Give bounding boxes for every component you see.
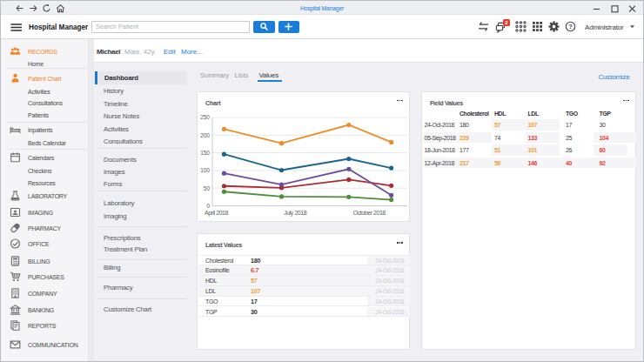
patient-name: Michael [97, 47, 120, 55]
latest-values-card: Latest Values Cholesterol18024-Oct-2018E… [197, 233, 410, 350]
latest-value-date: 24-Oct-2018 [375, 308, 404, 314]
field-col-header: Cholesterol [460, 111, 489, 117]
pill-icon [10, 222, 21, 233]
search-icon [259, 22, 269, 31]
chart-nav-item-activities[interactable]: Activities [94, 123, 187, 135]
latest-value-row: Eosinofile6.724-Oct-2018 [198, 265, 410, 276]
sidebar-item-beds-calendar[interactable]: Beds Calendar [1, 137, 89, 149]
sidebar-item-billing[interactable]: BILLING [1, 255, 89, 267]
field-value: 217 [460, 159, 468, 165]
patient-details: Male, 42y [124, 47, 155, 55]
calendar-icon [10, 151, 21, 163]
sidebar-item-patients[interactable]: Patients [1, 109, 89, 121]
line-chart: 050100150200250April 2018July 2018Octobe… [198, 94, 409, 221]
sidebar-item-calendars[interactable]: Calendars [1, 151, 89, 164]
customize-link[interactable]: Customize [599, 72, 630, 80]
field-value: 74 [494, 134, 500, 140]
chart-nav-item-dashboard[interactable]: Dashboard [95, 71, 187, 84]
check-icon [10, 238, 21, 250]
latest-value-label: Cholesterol [205, 257, 233, 263]
sidebar-divider [7, 68, 88, 69]
edit-link[interactable]: Edit [164, 47, 176, 55]
chart-nav-item-imaging[interactable]: Imaging [94, 210, 187, 222]
field-values-card-title: Field Values [430, 99, 463, 107]
field-row-date: 05-Sep-2018 [425, 134, 456, 140]
svg-text:April 2018: April 2018 [205, 210, 229, 217]
chart-nav-item-laboratory[interactable]: Laboratory [94, 197, 187, 209]
field-value: 60 [600, 147, 606, 153]
field-value: 30 [600, 122, 606, 128]
field-value: 229 [460, 134, 468, 140]
dots-grid-icon[interactable] [515, 21, 527, 32]
sidebar-item-reports[interactable]: REPORTS [1, 319, 89, 332]
svg-text:50: 50 [204, 184, 211, 191]
chart-nav-item-treatment-plan[interactable]: Treatment Plan [94, 243, 187, 255]
user-menu[interactable]: Administrator [585, 23, 624, 30]
sidebar-item-communication[interactable]: COMMUNICATION [1, 339, 89, 351]
maximize-button[interactable] [610, 4, 620, 14]
chart-nav-item-documents[interactable]: Documents [94, 153, 187, 165]
search-button[interactable] [253, 21, 275, 33]
chart-nav-item-customize-chart[interactable]: Customize Chart [94, 303, 187, 315]
tab-lists[interactable]: Lists [235, 71, 248, 79]
sidebar-item-checkins[interactable]: Checkins [1, 164, 89, 177]
sidebar-item-patient-chart[interactable]: Patient Chart [1, 72, 89, 84]
hamburger-menu-icon[interactable] [10, 22, 22, 33]
more-link[interactable]: More... [181, 47, 203, 55]
tab-summary[interactable]: Summary [200, 71, 229, 79]
chart-nav-divider [97, 298, 187, 299]
chart-nav-item-prescriptions[interactable]: Prescriptions [94, 231, 187, 244]
latest-value-number: 57 [251, 277, 258, 285]
chart-nav-item-billing[interactable]: Billing [94, 261, 187, 273]
sidebar-item-company[interactable]: COMPANY [1, 287, 89, 299]
sidebar-item-purchases[interactable]: PURCHASES [1, 271, 89, 283]
latest-values-card-menu-icon[interactable] [397, 241, 403, 245]
chart-nav-divider [97, 226, 187, 227]
sidebar-item-records[interactable]: RECORDS [1, 45, 89, 57]
svg-text:?: ? [568, 23, 573, 30]
sidebar-item-office[interactable]: OFFICE [1, 238, 89, 250]
chart-nav-item-pharmacy[interactable]: Pharmacy [94, 281, 187, 293]
patient-header: Michael Male, 42y Edit More... [94, 39, 644, 63]
swap-arrows-icon[interactable] [478, 21, 489, 32]
sidebar-item-laboratory[interactable]: LABORATORY [1, 190, 89, 202]
sidebar-item-resources[interactable]: Resources [1, 177, 89, 189]
latest-value-date: 24-Oct-2018 [375, 298, 404, 305]
sidebar-item-imaging[interactable]: IMAGING [1, 206, 89, 218]
latest-value-row: LDL10724-Oct-2018 [198, 286, 410, 297]
field-value: 40 [566, 159, 572, 165]
svg-text:150: 150 [200, 149, 210, 155]
chart-nav-item-nurse-notes[interactable]: Nurse Notes [94, 110, 187, 122]
messages-icon[interactable]: 2 [495, 21, 511, 32]
field-values-card-menu-icon[interactable] [623, 99, 629, 103]
sidebar-item-inpatients[interactable]: Inpatients [1, 124, 89, 136]
add-patient-button[interactable] [278, 21, 299, 33]
latest-value-date: 24-Oct-2018 [375, 267, 404, 273]
field-value: 104 [600, 134, 608, 140]
gear-icon[interactable] [548, 21, 560, 32]
chart-nav-item-consultations[interactable]: Consultations [94, 135, 187, 147]
chart-nav-item-history[interactable]: History [94, 84, 187, 97]
latest-value-number: 180 [251, 256, 260, 264]
sidebar-item-activities[interactable]: Activities [1, 85, 89, 97]
plus-icon [284, 22, 293, 31]
chart-nav-item-timeline[interactable]: Timeline [94, 97, 187, 110]
close-button[interactable] [627, 4, 637, 14]
field-value: 101 [528, 147, 537, 153]
field-col-header: HDL [494, 111, 506, 117]
chart-nav-divider [97, 148, 187, 149]
sidebar-item-consultations[interactable]: Consultations [1, 97, 89, 109]
tab-values[interactable]: Values [259, 71, 279, 79]
chart-nav-item-forms[interactable]: Forms [94, 178, 187, 190]
minimize-button[interactable] [592, 4, 601, 14]
field-col-header: TGO [566, 111, 578, 117]
field-value: 92 [600, 159, 606, 165]
sidebar-item-pharmacy[interactable]: PHARMACY [1, 222, 89, 234]
sidebar-item-banking[interactable]: BANKING [1, 304, 89, 316]
squares-grid-icon[interactable] [532, 21, 543, 32]
latest-value-date: 24-Oct-2018 [375, 278, 404, 284]
latest-value-number: 107 [251, 287, 260, 295]
help-icon[interactable]: ? [565, 21, 576, 32]
chart-nav-item-images[interactable]: Images [94, 165, 187, 178]
search-input[interactable] [91, 21, 250, 33]
